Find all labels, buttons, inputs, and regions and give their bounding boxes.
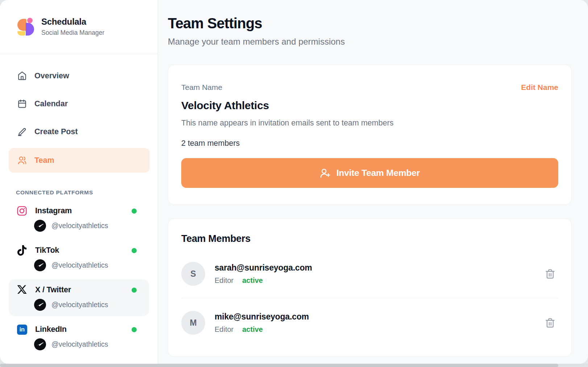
trash-icon xyxy=(545,318,555,328)
platform-handle: @velocityathletics xyxy=(51,340,108,349)
member-row-sarah: S sarah@sunriseyoga.com Editor active xyxy=(181,250,558,298)
velocity-avatar-icon xyxy=(34,299,46,311)
platform-handle: @velocityathletics xyxy=(51,301,108,309)
main-content: Team Settings Manage your team members a… xyxy=(158,0,588,364)
sidebar-item-overview[interactable]: Overview xyxy=(9,64,150,87)
sidebar-item-label: Overview xyxy=(34,71,69,81)
scrollbar-thumb[interactable] xyxy=(0,364,558,367)
instagram-icon xyxy=(17,206,27,216)
delete-member-button[interactable] xyxy=(543,316,558,330)
team-name-value: Velocity Athletics xyxy=(181,99,558,112)
connected-status-dot xyxy=(132,288,137,293)
linkedin-icon: in xyxy=(17,324,27,335)
delete-member-button[interactable] xyxy=(543,267,558,281)
logo-shape-orange xyxy=(17,19,26,31)
logo-shape-yellow xyxy=(17,31,25,36)
sidebar-nav: Overview Calendar Create Post Team xyxy=(0,54,158,177)
edit-name-link[interactable]: Edit Name xyxy=(521,83,558,92)
platform-row: Instagram xyxy=(9,206,149,216)
team-name-card-header: Team Name Edit Name xyxy=(181,83,558,92)
member-role: Editor xyxy=(215,276,233,285)
logo-shape-pink xyxy=(27,18,33,23)
platform-name: Instagram xyxy=(35,206,72,215)
team-name-label: Team Name xyxy=(181,83,222,92)
platform-account: @velocityathletics xyxy=(34,220,149,232)
platform-linkedin[interactable]: in LinkedIn @velocityathletics xyxy=(9,319,149,356)
calendar-icon xyxy=(17,99,27,108)
member-info: sarah@sunriseyoga.com Editor active xyxy=(215,263,312,285)
team-members-card: Team Members S sarah@sunriseyoga.com Edi… xyxy=(168,218,572,357)
avatar: M xyxy=(181,311,205,335)
schedulala-logo-icon xyxy=(17,18,34,36)
invite-button-label: Invite Team Member xyxy=(336,168,420,178)
horizontal-scrollbar[interactable] xyxy=(0,364,588,367)
tiktok-icon xyxy=(17,245,27,256)
member-row-mike: M mike@sunriseyoga.com Editor active xyxy=(181,298,558,347)
member-meta: Editor active xyxy=(215,276,312,285)
member-email: mike@sunriseyoga.com xyxy=(215,312,309,322)
sidebar-item-label: Calendar xyxy=(34,99,68,108)
platform-account: @velocityathletics xyxy=(34,338,149,350)
brand-tagline: Social Media Manager xyxy=(41,29,104,37)
team-members-title: Team Members xyxy=(181,233,558,244)
sidebar-item-team[interactable]: Team xyxy=(9,148,150,173)
velocity-avatar-icon xyxy=(34,220,46,232)
platform-tiktok[interactable]: TikTok @velocityathletics xyxy=(9,240,149,277)
member-status: active xyxy=(242,276,263,285)
sidebar-item-calendar[interactable]: Calendar xyxy=(9,92,150,115)
platform-handle: @velocityathletics xyxy=(51,222,108,230)
brand-text: Schedulala Social Media Manager xyxy=(41,17,104,37)
team-name-description: This name appears in invitation emails s… xyxy=(181,119,558,128)
user-plus-icon xyxy=(320,168,331,178)
sidebar-item-label: Create Post xyxy=(34,127,78,136)
member-info: mike@sunriseyoga.com Editor active xyxy=(215,312,309,334)
app-window: Schedulala Social Media Manager Overview… xyxy=(0,0,588,364)
x-twitter-icon xyxy=(17,285,27,295)
platform-name: TikTok xyxy=(35,246,59,255)
platform-account: @velocityathletics xyxy=(34,299,149,311)
users-icon xyxy=(17,156,27,165)
platform-name: LinkedIn xyxy=(35,325,67,334)
brand-header: Schedulala Social Media Manager xyxy=(0,0,158,54)
platform-instagram[interactable]: Instagram @velocityathletics xyxy=(9,200,149,237)
member-status: active xyxy=(242,325,263,334)
connected-status-dot xyxy=(132,327,137,332)
avatar: S xyxy=(181,262,205,286)
logo-shape-purple xyxy=(26,23,34,36)
velocity-avatar-icon xyxy=(34,338,46,350)
connected-platforms-list: Instagram @velocityathletics TikTok xyxy=(0,196,158,358)
sidebar: Schedulala Social Media Manager Overview… xyxy=(0,0,158,364)
connected-platforms-header: CONNECTED PLATFORMS xyxy=(0,189,158,196)
velocity-avatar-icon xyxy=(34,259,46,271)
home-icon xyxy=(17,71,27,81)
member-role: Editor xyxy=(215,325,233,334)
invite-team-member-button[interactable]: Invite Team Member xyxy=(181,158,558,188)
platform-handle: @velocityathletics xyxy=(51,261,108,269)
pencil-icon xyxy=(17,127,27,136)
sidebar-item-create-post[interactable]: Create Post xyxy=(9,120,150,143)
connected-status-dot xyxy=(132,209,137,214)
brand-name: Schedulala xyxy=(41,17,104,27)
member-email: sarah@sunriseyoga.com xyxy=(215,263,312,273)
linkedin-badge: in xyxy=(17,325,27,335)
team-name-card: Team Name Edit Name Velocity Athletics T… xyxy=(168,65,572,205)
platform-account: @velocityathletics xyxy=(34,259,149,271)
connected-status-dot xyxy=(132,248,137,253)
platform-row: X / Twitter xyxy=(9,285,149,295)
platform-x-twitter[interactable]: X / Twitter @velocityathletics xyxy=(9,279,149,316)
trash-icon xyxy=(545,269,555,279)
team-member-count: 2 team members xyxy=(181,139,558,148)
platform-row: TikTok xyxy=(9,245,149,256)
page-title: Team Settings xyxy=(168,15,572,32)
platform-row: in LinkedIn xyxy=(9,324,149,335)
sidebar-item-label: Team xyxy=(34,156,54,165)
page-subtitle: Manage your team members and permissions xyxy=(168,37,572,47)
platform-name: X / Twitter xyxy=(35,285,71,294)
member-meta: Editor active xyxy=(215,325,309,334)
